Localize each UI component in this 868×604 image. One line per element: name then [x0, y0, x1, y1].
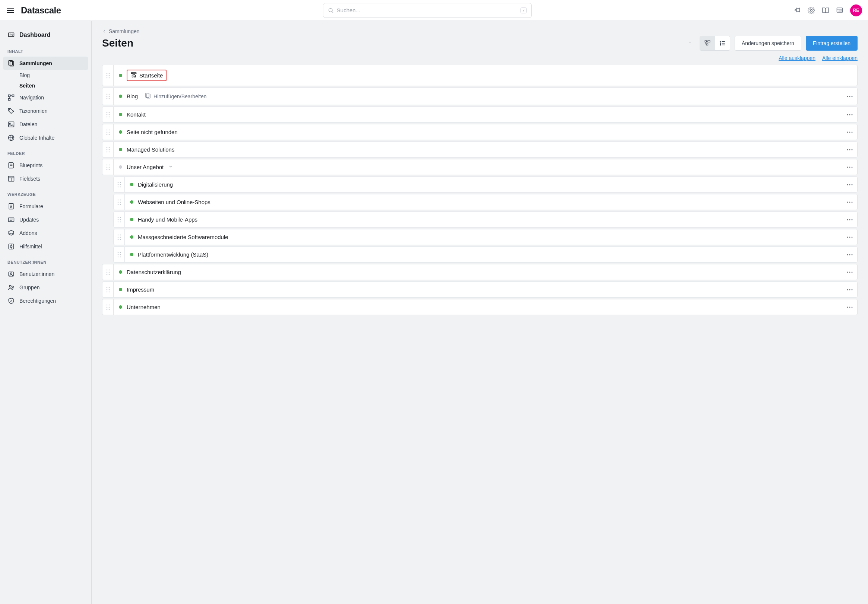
- row-more-button[interactable]: [842, 114, 857, 115]
- svg-point-139: [852, 219, 853, 220]
- row-more-button[interactable]: [842, 201, 857, 203]
- drag-handle[interactable]: [102, 142, 114, 157]
- expand-all-link[interactable]: Alle ausklappen: [779, 55, 815, 61]
- gear-icon[interactable]: [808, 7, 815, 14]
- page-title-link[interactable]: Handy und Mobile-Apps: [138, 216, 197, 223]
- page-title-link[interactable]: Digitalisierung: [138, 181, 173, 188]
- sidebar-item-globale[interactable]: Globale Inhalte: [3, 131, 88, 144]
- svg-point-64: [132, 73, 132, 73]
- drag-handle[interactable]: [102, 65, 114, 86]
- page-title-link[interactable]: Managed Solutions: [127, 146, 174, 153]
- sidebar-item-label: Navigation: [19, 94, 44, 101]
- image-icon: [8, 121, 15, 128]
- sidebar-item-taxonomien[interactable]: Taxonomien: [3, 104, 88, 118]
- row-more-button[interactable]: [842, 132, 857, 133]
- sidebar-item-dashboard[interactable]: Dashboard: [3, 28, 88, 42]
- row-more-button[interactable]: [842, 219, 857, 220]
- drag-handle[interactable]: [114, 177, 125, 192]
- svg-point-2: [811, 9, 812, 11]
- drag-handle[interactable]: [114, 229, 125, 245]
- search-input[interactable]: [337, 7, 518, 13]
- row-more-button[interactable]: [842, 271, 857, 273]
- svg-point-143: [119, 237, 121, 238]
- sidebar-item-dateien[interactable]: Dateien: [3, 118, 88, 131]
- svg-point-147: [849, 237, 851, 238]
- drag-handle[interactable]: [102, 282, 114, 297]
- tree-row: BlogHinzufügen/Bearbeiten: [102, 88, 857, 105]
- home-page-badge[interactable]: Startseite: [127, 70, 166, 81]
- chevron-down-icon[interactable]: [168, 164, 173, 170]
- row-more-button[interactable]: [842, 149, 857, 150]
- search-box[interactable]: /: [323, 3, 532, 18]
- list-view-button[interactable]: [715, 36, 730, 50]
- sidebar-item-hilfsmittel[interactable]: Hilfsmittel: [3, 240, 88, 253]
- row-more-button[interactable]: [842, 237, 857, 238]
- drag-handle[interactable]: [102, 160, 114, 175]
- page-title-link[interactable]: Massgeschneiderte Softwaremodule: [138, 234, 228, 240]
- svg-point-124: [117, 201, 118, 203]
- sidebar-item-blueprints[interactable]: Blueprints: [3, 159, 88, 172]
- page-title-link[interactable]: Unser Angebot: [127, 164, 164, 170]
- svg-point-108: [106, 169, 107, 170]
- page-title-link[interactable]: Plattformentwicklung (SaaS): [138, 251, 208, 258]
- row-more-button[interactable]: [842, 307, 857, 308]
- drag-handle[interactable]: [102, 124, 114, 139]
- row-more-button[interactable]: [842, 254, 857, 256]
- svg-point-68: [106, 96, 107, 97]
- menu-toggle[interactable]: [6, 6, 15, 15]
- page-title-link[interactable]: Startseite: [140, 72, 163, 79]
- page-title-link[interactable]: Datenschutzerklärung: [127, 269, 181, 275]
- sidebar-subitem-seiten[interactable]: Seiten: [3, 81, 88, 91]
- drag-handle[interactable]: [114, 212, 125, 227]
- sidebar-item-addons[interactable]: Addons: [3, 226, 88, 240]
- page-title-link[interactable]: Unternehmen: [127, 304, 161, 310]
- site-icon[interactable]: .com: [836, 7, 843, 14]
- svg-point-111: [849, 166, 851, 167]
- svg-point-113: [117, 182, 118, 183]
- row-more-button[interactable]: [842, 184, 857, 186]
- drag-handle[interactable]: [114, 247, 125, 262]
- drag-handle[interactable]: [102, 299, 114, 314]
- page-title-link[interactable]: Impressum: [127, 287, 154, 293]
- row-more-button[interactable]: [842, 166, 857, 168]
- sidebar-subitem-blog[interactable]: Blog: [3, 70, 88, 81]
- tree-row: Massgeschneiderte Softwaremodule: [113, 229, 857, 245]
- row-more-button[interactable]: [842, 96, 857, 97]
- sidebar-item-label: Sammlungen: [19, 60, 52, 66]
- collapse-all-link[interactable]: Alle einklappen: [822, 55, 857, 61]
- create-entry-button[interactable]: Eintrag erstellen: [806, 36, 857, 51]
- drag-handle[interactable]: [102, 88, 114, 105]
- book-icon[interactable]: [822, 7, 829, 14]
- page-title-link[interactable]: Seite nicht gefunden: [127, 129, 178, 135]
- drag-handle[interactable]: [114, 194, 125, 210]
- page-title-link[interactable]: Webseiten und Online-Shops: [138, 199, 211, 205]
- drag-handle[interactable]: [102, 264, 114, 280]
- svg-point-92: [847, 132, 848, 133]
- status-dot: [130, 253, 133, 256]
- row-more-button[interactable]: [842, 289, 857, 290]
- pin-icon[interactable]: [794, 7, 801, 14]
- globe-icon: [8, 134, 15, 141]
- save-button[interactable]: Änderungen speichern: [735, 36, 801, 51]
- sidebar-item-gruppen[interactable]: Gruppen: [3, 281, 88, 294]
- add-edit-link[interactable]: Hinzufügen/Bearbeiten: [144, 92, 206, 100]
- page-title-link[interactable]: Kontakt: [127, 112, 146, 118]
- sidebar-item-benutzer[interactable]: Benutzer:innen: [3, 267, 88, 281]
- status-dot: [119, 74, 122, 77]
- avatar[interactable]: RE: [850, 5, 862, 16]
- view-toggle: [700, 36, 730, 51]
- tree-view-button[interactable]: [700, 36, 715, 50]
- sidebar-item-updates[interactable]: Updates: [3, 213, 88, 226]
- page-options-button[interactable]: [685, 38, 695, 48]
- sidebar-item-berechtigungen[interactable]: Berechtigungen: [3, 294, 88, 308]
- breadcrumb[interactable]: Sammlungen: [102, 28, 857, 34]
- svg-point-114: [119, 182, 121, 183]
- sidebar-item-formulare[interactable]: Formulare: [3, 200, 88, 213]
- dashboard-icon: [8, 31, 15, 39]
- sidebar-item-navigation[interactable]: Navigation: [3, 91, 88, 104]
- sidebar-item-sammlungen[interactable]: Sammlungen: [3, 57, 88, 70]
- drag-handle[interactable]: [102, 107, 114, 122]
- status-dot: [130, 183, 133, 186]
- sidebar-item-fieldsets[interactable]: Fieldsets: [3, 172, 88, 186]
- page-title-link[interactable]: Blog: [127, 93, 138, 99]
